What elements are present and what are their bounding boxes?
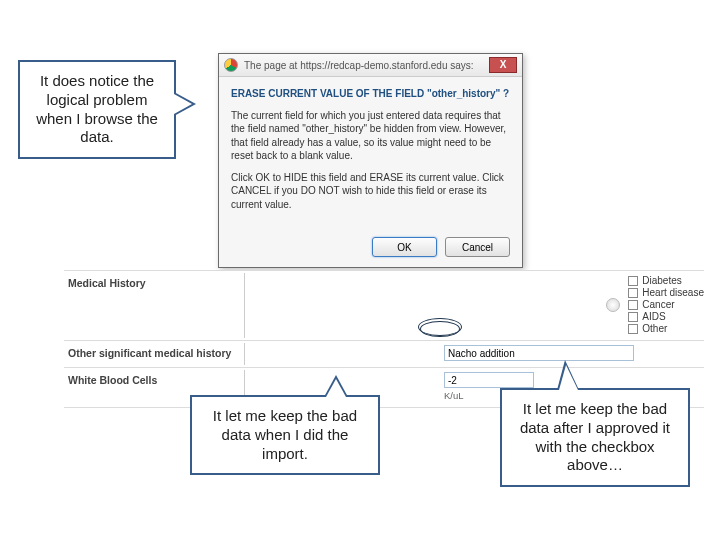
- checkbox-icon: [628, 300, 638, 310]
- callout-text: It does notice the logical problem when …: [36, 72, 158, 145]
- checkbox-icon: [628, 288, 638, 298]
- field-other-history: [244, 345, 704, 361]
- dialog-source-text: The page at https://redcap-demo.stanford…: [244, 60, 489, 71]
- checkbox-icon: [628, 312, 638, 322]
- checkbox-option[interactable]: Heart disease: [628, 287, 704, 298]
- checkbox-option[interactable]: Other: [628, 323, 704, 334]
- checkbox-icon: [628, 276, 638, 286]
- dialog-paragraph-2: Click OK to HIDE this field and ERASE it…: [231, 171, 510, 212]
- field-medical-history: Diabetes Heart disease Cancer AIDS Other: [244, 275, 704, 334]
- dialog-button-row: OK Cancel: [219, 229, 522, 267]
- option-label: AIDS: [642, 311, 665, 322]
- option-label: Heart disease: [642, 287, 704, 298]
- option-label: Other: [642, 323, 667, 334]
- dialog-paragraph-1: The current field for which you just ent…: [231, 109, 510, 163]
- chrome-icon: [224, 58, 238, 72]
- comment-icon[interactable]: [606, 298, 620, 312]
- callout-notice: It does notice the logical problem when …: [18, 60, 176, 159]
- dialog-body: ERASE CURRENT VALUE OF THE FIELD "other_…: [219, 77, 522, 229]
- row-other-history: Other significant medical history: [64, 341, 704, 368]
- checkbox-option[interactable]: AIDS: [628, 311, 704, 322]
- checkbox-option[interactable]: Diabetes: [628, 275, 704, 286]
- callout-approved: It let me keep the bad data after I appr…: [500, 388, 690, 487]
- wbc-input[interactable]: [444, 372, 534, 388]
- option-label: Cancer: [642, 299, 674, 310]
- label-wbc: White Blood Cells: [64, 372, 244, 386]
- ok-button[interactable]: OK: [372, 237, 437, 257]
- cancel-button[interactable]: Cancel: [445, 237, 510, 257]
- checkbox-icon: [628, 324, 638, 334]
- label-medical-history: Medical History: [64, 275, 244, 289]
- close-button[interactable]: X: [489, 57, 517, 73]
- dialog-heading: ERASE CURRENT VALUE OF THE FIELD "other_…: [231, 87, 510, 101]
- row-medical-history: Medical History Diabetes Heart disease C…: [64, 270, 704, 341]
- js-confirm-dialog: The page at https://redcap-demo.stanford…: [218, 53, 523, 268]
- dialog-titlebar: The page at https://redcap-demo.stanford…: [219, 54, 522, 77]
- other-history-input[interactable]: [444, 345, 634, 361]
- label-other-history: Other significant medical history: [64, 345, 244, 359]
- checkbox-option[interactable]: Cancer: [628, 299, 704, 310]
- callout-text: It let me keep the bad data after I appr…: [520, 400, 670, 473]
- option-label: Diabetes: [642, 275, 681, 286]
- callout-import: It let me keep the bad data when I did t…: [190, 395, 380, 475]
- callout-text: It let me keep the bad data when I did t…: [213, 407, 357, 462]
